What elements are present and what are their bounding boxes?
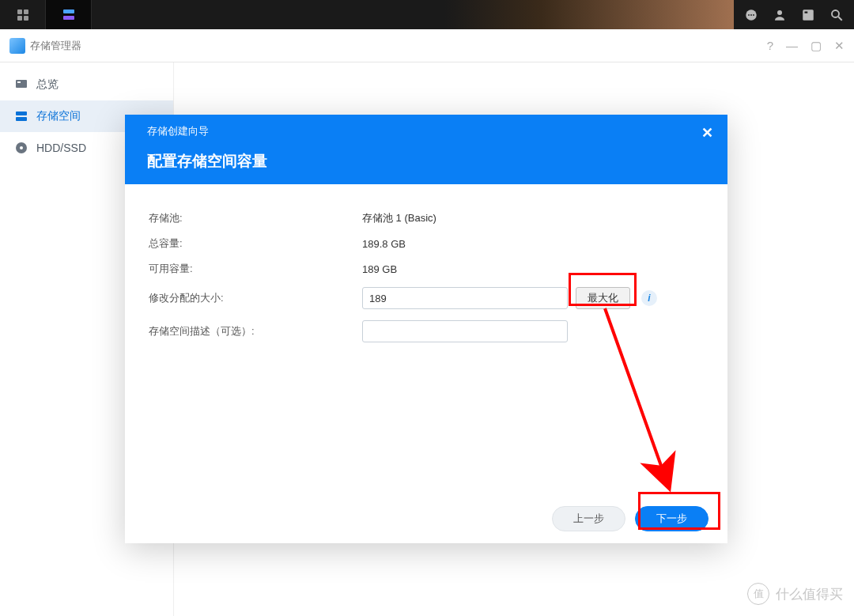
svg-point-7 [748,14,750,16]
pool-label: 存储池: [149,211,362,225]
watermark-text: 什么值得买 [776,585,843,603]
close-window-icon[interactable]: ✕ [834,39,845,53]
taskbar-storage-button[interactable] [46,0,92,29]
description-input[interactable] [362,320,568,342]
hdd-icon [14,141,28,155]
maximize-button[interactable]: 最大化 [576,287,630,309]
wizard-title: 配置存储空间容量 [147,151,705,172]
svg-rect-1 [24,9,28,14]
os-taskbar [0,0,854,29]
pool-value: 存储池 1 (Basic) [362,211,436,225]
svg-point-8 [750,14,752,16]
available-value: 189 GB [362,263,397,275]
overview-icon [14,77,28,92]
minimize-icon[interactable]: — [786,39,798,52]
sidebar-item-label: 存储空间 [36,109,81,123]
svg-rect-11 [803,9,814,21]
svg-rect-3 [24,16,28,21]
sidebar-item-label: HDD/SSD [36,142,86,154]
total-label: 总容量: [149,236,362,251]
allocate-label: 修改分配的大小: [149,291,362,305]
svg-rect-12 [805,11,808,13]
taskbar-apps-button[interactable] [0,0,46,29]
svg-rect-0 [17,9,22,14]
svg-rect-18 [16,117,27,121]
chat-icon[interactable] [737,0,765,29]
svg-point-10 [777,10,782,15]
svg-point-20 [20,146,23,149]
next-button[interactable]: 下一步 [635,506,709,531]
previous-button[interactable]: 上一步 [552,506,625,531]
storage-wizard-modal: 存储创建向导 配置存储空间容量 ✕ 存储池: 存储池 1 (Basic) 总容量… [125,115,727,543]
svg-rect-5 [63,16,74,20]
allocate-size-input[interactable] [362,287,568,309]
svg-rect-16 [17,81,21,83]
search-icon[interactable] [822,0,851,29]
app-logo-icon [9,38,25,54]
window-titlebar: 存储管理器 ? — ▢ ✕ [0,29,854,62]
svg-rect-4 [63,9,74,13]
svg-rect-2 [17,16,22,21]
description-label: 存储空间描述（可选）: [149,324,362,338]
window-title: 存储管理器 [30,39,81,53]
close-icon[interactable]: ✕ [701,124,713,142]
total-value: 189.8 GB [362,238,406,250]
storage-icon [14,109,28,123]
svg-line-14 [838,17,842,21]
maximize-icon[interactable]: ▢ [811,39,822,53]
sidebar-item-label: 总览 [36,77,59,92]
sidebar-item-overview[interactable]: 总览 [0,69,173,100]
wizard-subtitle: 存储创建向导 [147,124,705,138]
svg-point-9 [753,14,754,16]
available-label: 可用容量: [149,262,362,276]
info-icon[interactable]: i [641,290,657,306]
svg-point-13 [832,10,839,17]
svg-rect-15 [16,80,27,88]
svg-rect-17 [16,111,27,115]
user-icon[interactable] [765,0,794,29]
watermark: 值 什么值得买 [747,583,843,605]
help-icon[interactable]: ? [767,39,773,52]
watermark-badge: 值 [747,583,769,605]
widgets-icon[interactable] [794,0,822,29]
